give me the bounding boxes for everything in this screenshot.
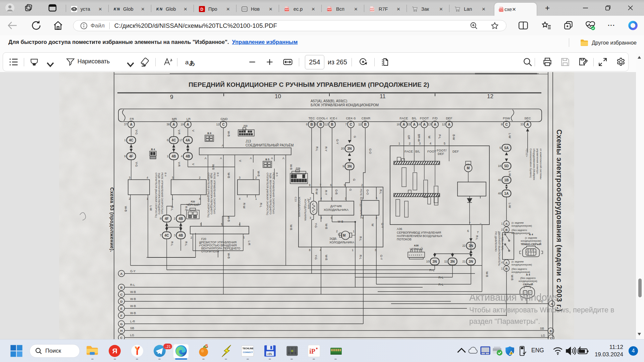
svg-text:4A: 4A bbox=[186, 138, 190, 142]
svg-text:РЕЛЕ УПРАВЛЕНИЯ СКОРОСТЬЮ: РЕЛЕ УПРАВЛЕНИЯ СКОРОСТЬЮ bbox=[272, 173, 275, 214]
svg-text:LG: LG bbox=[130, 334, 134, 337]
svg-text:SEC: SEC bbox=[524, 116, 531, 120]
svg-text:(с задним: (с задним bbox=[512, 260, 524, 263]
svg-text:PDF: PDF bbox=[285, 9, 289, 11]
svg-text:3N: 3N bbox=[347, 147, 352, 150]
svg-text:PDF: PDF bbox=[328, 9, 332, 11]
svg-text:1B: 1B bbox=[504, 178, 509, 182]
svg-text:V: V bbox=[238, 160, 242, 162]
svg-text:C23: C23 bbox=[294, 197, 297, 202]
svg-text:Y-G: Y-G bbox=[314, 255, 318, 259]
svg-text:1: 1 bbox=[501, 222, 503, 225]
svg-text:R-L: R-L bbox=[438, 283, 443, 286]
svg-text:8: 8 bbox=[309, 248, 311, 252]
svg-text:V: V bbox=[192, 163, 195, 165]
svg-text:12: 12 bbox=[442, 123, 445, 126]
svg-text:1: 1 bbox=[255, 197, 257, 200]
svg-text:FACE: FACE bbox=[405, 149, 413, 153]
svg-text:G-Y: G-Y bbox=[381, 223, 384, 228]
svg-text:11: 11 bbox=[444, 260, 447, 263]
svg-text:W-B: W-B bbox=[227, 131, 230, 137]
svg-text:2: 2 bbox=[310, 197, 311, 200]
svg-text:G: G bbox=[349, 189, 352, 191]
svg-text:FR: FR bbox=[130, 117, 134, 121]
svg-text:CBXR: CBXR bbox=[362, 116, 371, 120]
svg-text:W-B: W-B bbox=[325, 224, 328, 229]
svg-text:R-L: R-L bbox=[315, 146, 319, 151]
svg-text:ХОЛОДИЛЬНИКА: ХОЛОДИЛЬНИКА bbox=[304, 199, 307, 221]
svg-text:3: 3 bbox=[239, 176, 240, 179]
svg-text:(без заднего: (без заднего bbox=[512, 229, 527, 232]
svg-text:оборудованием (Multiplex: оборудованием (Multiplex bbox=[533, 148, 536, 180]
svg-text:18: 18 bbox=[498, 164, 501, 168]
svg-text:4: 4 bbox=[239, 223, 240, 226]
svg-text:13: 13 bbox=[314, 123, 317, 126]
svg-text:2: 2 bbox=[376, 216, 377, 220]
svg-text:M: M bbox=[343, 234, 345, 237]
svg-text:G-O: G-O bbox=[369, 148, 372, 154]
svg-text:Э/ДВ.: Э/ДВ. bbox=[329, 237, 337, 240]
svg-text:B: B bbox=[319, 123, 322, 126]
svg-text:РЕЛЕ УПРАВЛЕНИЯ СКОРОСТЬЮ: РЕЛЕ УПРАВЛЕНИЯ СКОРОСТЬЮ bbox=[161, 173, 164, 214]
svg-text:A: A bbox=[282, 157, 284, 160]
svg-text:4: 4 bbox=[501, 261, 503, 264]
svg-text:G-B: G-B bbox=[335, 189, 338, 194]
svg-text:PSW: PSW bbox=[503, 116, 510, 120]
svg-text:3: 3 bbox=[129, 176, 130, 179]
svg-text:4: 4 bbox=[362, 216, 364, 220]
svg-text:R-L: R-L bbox=[359, 236, 362, 241]
svg-text:22: 22 bbox=[463, 244, 466, 247]
svg-text:A: A bbox=[120, 272, 123, 276]
svg-text:(без заднего: (без заднего bbox=[520, 277, 536, 280]
svg-text:F20: F20 bbox=[201, 237, 206, 241]
svg-text:W-B: W-B bbox=[485, 272, 489, 277]
svg-text:A 4: A 4 bbox=[529, 233, 533, 236]
svg-text:B 6: B 6 bbox=[207, 132, 211, 135]
svg-text:1: 1 bbox=[501, 267, 503, 270]
svg-text:A: A bbox=[402, 123, 405, 126]
svg-text:ПОТОКОВ: ПОТОКОВ bbox=[397, 238, 412, 241]
svg-text:A57(A), A58(B), A59(C): A57(A), A58(B), A59(C) bbox=[311, 99, 347, 103]
svg-text:W-B: W-B bbox=[130, 290, 136, 294]
svg-text:ПЕРЕДНИЙ КОНДИЦИОНЕР С РУЧНЫМ: ПЕРЕДНИЙ КОНДИЦИОНЕР С РУЧНЫМ УПРАВЛЕНИЕ… bbox=[189, 81, 429, 88]
svg-text:R-L: R-L bbox=[259, 203, 263, 207]
svg-text:W: W bbox=[428, 136, 431, 138]
svg-text:4: 4 bbox=[181, 155, 182, 158]
svg-text:A36: A36 bbox=[397, 227, 402, 231]
svg-text:A: A bbox=[526, 123, 529, 126]
svg-text:B: B bbox=[364, 123, 366, 126]
svg-text:2: 2 bbox=[409, 141, 411, 145]
svg-text:19: 19 bbox=[181, 123, 184, 126]
svg-text:9: 9 bbox=[170, 94, 173, 100]
svg-text:A36: A36 bbox=[414, 244, 419, 247]
svg-text:CBX-S: CBX-S bbox=[346, 116, 356, 120]
svg-text:2: 2 bbox=[336, 230, 338, 233]
svg-text:38: 38 bbox=[167, 123, 170, 126]
svg-text:РЕЛЕ ХОЛОДИЛЬНИКА: РЕЛЕ ХОЛОДИЛЬНИКА bbox=[360, 189, 363, 219]
svg-text:3: 3 bbox=[310, 216, 311, 220]
svg-text:4B: 4B bbox=[179, 217, 183, 221]
svg-text:W-B: W-B bbox=[130, 304, 136, 308]
svg-text:A: A bbox=[448, 123, 450, 126]
svg-text:A: A bbox=[505, 261, 508, 264]
svg-text:ХОЛОДИЛЬНИКА: ХОЛОДИЛЬНИКА bbox=[324, 208, 348, 212]
svg-text:R-L: R-L bbox=[359, 255, 362, 259]
svg-text:12: 12 bbox=[325, 123, 328, 126]
svg-text:4: 4 bbox=[199, 197, 201, 200]
svg-text:B: B bbox=[120, 286, 123, 289]
svg-text:5: 5 bbox=[331, 216, 332, 220]
svg-text:B: B bbox=[310, 123, 313, 126]
svg-text:5: 5 bbox=[444, 141, 445, 145]
svg-text:1: 1 bbox=[352, 248, 354, 252]
svg-text:M: M bbox=[467, 166, 470, 170]
svg-text:G: G bbox=[353, 179, 356, 181]
svg-text:2: 2 bbox=[129, 197, 130, 200]
svg-text:B 4: B 4 bbox=[151, 148, 155, 151]
svg-text:12: 12 bbox=[216, 123, 220, 126]
svg-text:2: 2 bbox=[361, 183, 363, 187]
svg-text:FACE: FACE bbox=[400, 116, 408, 120]
svg-text:БЛОК УПРАВЛЕНИЯ КОНДИЦИОНЕРОМ: БЛОК УПРАВЛЕНИЯ КОНДИЦИОНЕРОМ bbox=[311, 103, 379, 107]
svg-text:5D: 5D bbox=[504, 164, 509, 168]
svg-text:V-R: V-R bbox=[177, 130, 181, 134]
svg-text:10: 10 bbox=[426, 260, 430, 263]
